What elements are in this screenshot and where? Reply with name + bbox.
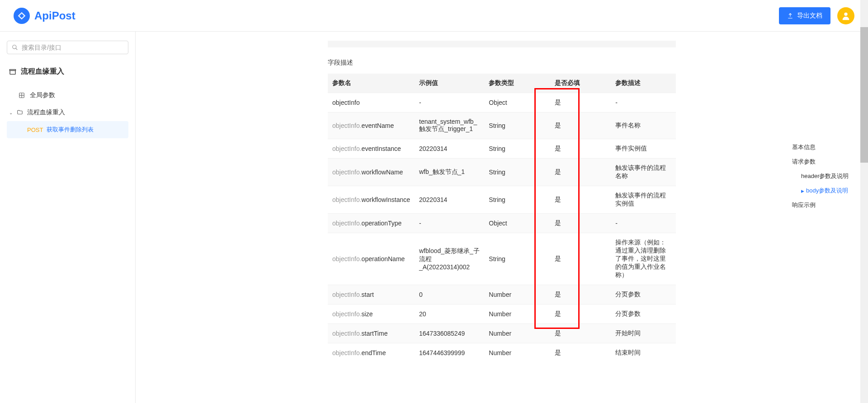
cell-example: 20 <box>415 305 484 324</box>
col-header-type: 参数类型 <box>484 74 550 93</box>
sidebar-folder-label: 流程血缘重入 <box>27 108 65 117</box>
svg-rect-4 <box>9 69 15 70</box>
table-row: objectInfo.eventNametenant_system_wfb_触发… <box>328 112 676 139</box>
params-icon <box>18 92 25 99</box>
cell-example: 1647336085249 <box>415 324 484 343</box>
logo[interactable]: ApiPost <box>14 8 75 24</box>
upload-icon <box>787 13 793 19</box>
svg-rect-3 <box>10 70 15 74</box>
cell-type: String <box>484 186 550 214</box>
cell-param-name: objectInfo <box>328 93 415 112</box>
cell-type: String <box>484 159 550 186</box>
container: 流程血缘重入 全局参数 ⌄ 流程血缘重入 POST 获取事件删除列表 <box>0 32 868 403</box>
cell-desc: - <box>611 93 676 112</box>
cell-param-name: objectInfo.endTime <box>328 343 415 363</box>
table-row: objectInfo.start0Number是分页参数 <box>328 285 676 305</box>
outer-scrollbar[interactable] <box>860 0 868 403</box>
sidebar: 流程血缘重入 全局参数 ⌄ 流程血缘重入 POST 获取事件删除列表 <box>0 32 136 403</box>
sidebar-folder[interactable]: ⌄ 流程血缘重入 <box>7 104 128 121</box>
http-method: POST <box>27 127 43 133</box>
cell-example: tenant_system_wfb_触发节点_trigger_1 <box>415 112 484 139</box>
col-header-required: 是否必填 <box>550 74 611 93</box>
table-row: objectInfo-Object是- <box>328 93 676 112</box>
svg-line-2 <box>16 48 18 50</box>
table-row: objectInfo.eventInstance20220314String是事… <box>328 139 676 159</box>
header: ApiPost 导出文档 <box>0 0 868 32</box>
cell-type: Number <box>484 305 550 324</box>
cell-type: String <box>484 233 550 285</box>
sidebar-item-global-params[interactable]: 全局参数 <box>7 87 128 104</box>
search-icon <box>12 44 18 51</box>
cell-required: 是 <box>550 285 611 305</box>
code-block-placeholder <box>328 41 676 47</box>
user-icon <box>841 11 851 21</box>
cell-type: String <box>484 139 550 159</box>
col-header-example: 示例值 <box>415 74 484 93</box>
table-row: objectInfo.workflowInstance20220314Strin… <box>328 186 676 214</box>
cell-type: String <box>484 112 550 139</box>
cell-desc: 触发该事件的流程实例值 <box>611 186 676 214</box>
table-row: objectInfo.operationType-Object是- <box>328 214 676 233</box>
cell-required: 是 <box>550 343 611 363</box>
col-header-desc: 参数描述 <box>611 74 676 93</box>
cell-desc: 开始时间 <box>611 324 676 343</box>
header-right: 导出文档 <box>779 7 854 24</box>
svg-point-1 <box>13 45 16 49</box>
table-header-row: 参数名 示例值 参数类型 是否必填 参数描述 <box>328 74 676 93</box>
cell-example: 20220314 <box>415 186 484 214</box>
export-button[interactable]: 导出文档 <box>779 7 830 24</box>
cell-required: 是 <box>550 159 611 186</box>
cell-type: Number <box>484 343 550 363</box>
avatar[interactable] <box>837 7 854 24</box>
cell-required: 是 <box>550 324 611 343</box>
cell-required: 是 <box>550 214 611 233</box>
table-row: objectInfo.endTime1647446399999Number是结束… <box>328 343 676 363</box>
toc-item[interactable]: 响应示例 <box>792 198 860 212</box>
table-row: objectInfo.operationNamewfblood_菱形继承_子流程… <box>328 233 676 285</box>
toc-item[interactable]: 请求参数 <box>792 155 860 169</box>
logo-text: ApiPost <box>34 9 75 22</box>
cell-required: 是 <box>550 233 611 285</box>
cell-desc: 事件实例值 <box>611 139 676 159</box>
search-input[interactable] <box>22 44 123 51</box>
cell-required: 是 <box>550 139 611 159</box>
toc: 基本信息请求参数header参数及说明body参数及说明响应示例 <box>788 131 864 221</box>
col-header-name: 参数名 <box>328 74 415 93</box>
sidebar-item-label: 全局参数 <box>30 91 55 99</box>
cell-desc: 分页参数 <box>611 305 676 324</box>
cell-type: Object <box>484 93 550 112</box>
cell-type: Number <box>484 324 550 343</box>
cell-desc: 事件名称 <box>611 112 676 139</box>
cell-desc: - <box>611 214 676 233</box>
svg-point-0 <box>844 12 847 15</box>
cell-param-name: objectInfo.operationType <box>328 214 415 233</box>
cell-desc: 触发该事件的流程名称 <box>611 159 676 186</box>
tree-root-label: 流程血缘重入 <box>21 67 64 76</box>
cell-type: Object <box>484 214 550 233</box>
table-row: objectInfo.startTime1647336085249Number是… <box>328 324 676 343</box>
cell-required: 是 <box>550 186 611 214</box>
cell-required: 是 <box>550 305 611 324</box>
cell-param-name: objectInfo.eventInstance <box>328 139 415 159</box>
cell-param-name: objectInfo.workflowInstance <box>328 186 415 214</box>
cell-example: 0 <box>415 285 484 305</box>
cell-example: 1647446399999 <box>415 343 484 363</box>
main-content: 字段描述 参数名 示例值 参数类型 是否必填 参数描述 objectInfo-O… <box>136 32 868 403</box>
outer-scrollbar-thumb[interactable] <box>860 27 868 163</box>
cell-required: 是 <box>550 112 611 139</box>
toc-item[interactable]: body参数及说明 <box>792 183 860 198</box>
tree-root[interactable]: 流程血缘重入 <box>7 63 128 80</box>
logo-icon <box>14 8 30 24</box>
archive-icon <box>9 68 16 75</box>
folder-icon <box>16 109 24 116</box>
cell-param-name: objectInfo.eventName <box>328 112 415 139</box>
cell-required: 是 <box>550 93 611 112</box>
toc-item[interactable]: header参数及说明 <box>792 169 860 183</box>
search-box[interactable] <box>7 41 128 54</box>
cell-param-name: objectInfo.startTime <box>328 324 415 343</box>
table-row: objectInfo.workflowNamewfb_触发节点_1String是… <box>328 159 676 186</box>
cell-desc: 分页参数 <box>611 285 676 305</box>
toc-item[interactable]: 基本信息 <box>792 140 860 155</box>
sidebar-api-item[interactable]: POST 获取事件删除列表 <box>7 121 128 138</box>
cell-desc: 结束时间 <box>611 343 676 363</box>
